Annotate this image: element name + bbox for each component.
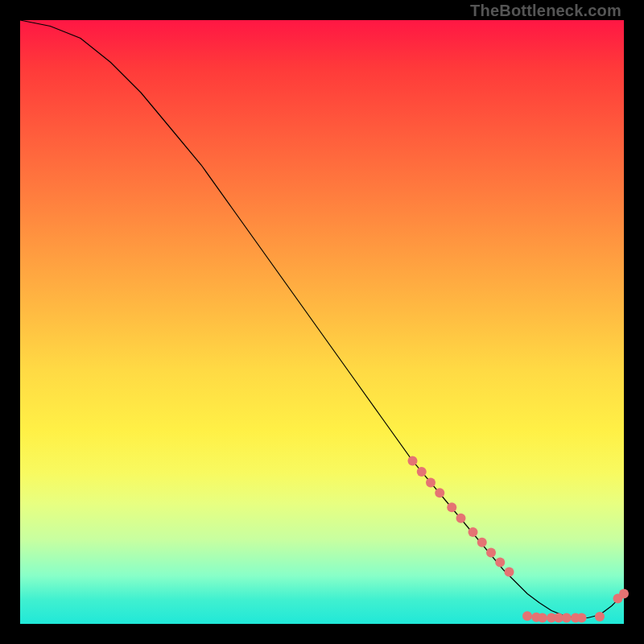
chart-svg: [20, 20, 624, 624]
data-marker: [538, 613, 547, 623]
data-marker: [447, 502, 456, 512]
chart-stage: TheBottleneck.com: [0, 0, 644, 644]
curve-line: [20, 20, 624, 618]
data-marker: [408, 456, 418, 466]
marker-group: [408, 456, 630, 623]
watermark-text: TheBottleneck.com: [470, 2, 621, 20]
data-marker: [435, 488, 444, 497]
data-marker: [477, 538, 487, 547]
data-marker: [505, 568, 514, 577]
data-marker: [522, 611, 532, 621]
data-marker: [426, 478, 436, 488]
data-marker: [595, 612, 605, 621]
data-marker: [562, 613, 572, 623]
data-marker: [619, 589, 629, 599]
data-marker: [469, 527, 478, 537]
data-marker: [456, 514, 466, 523]
data-marker: [495, 558, 505, 568]
data-marker: [577, 613, 587, 623]
data-marker: [486, 548, 496, 558]
data-marker: [417, 467, 427, 477]
plot-area: [20, 20, 624, 624]
